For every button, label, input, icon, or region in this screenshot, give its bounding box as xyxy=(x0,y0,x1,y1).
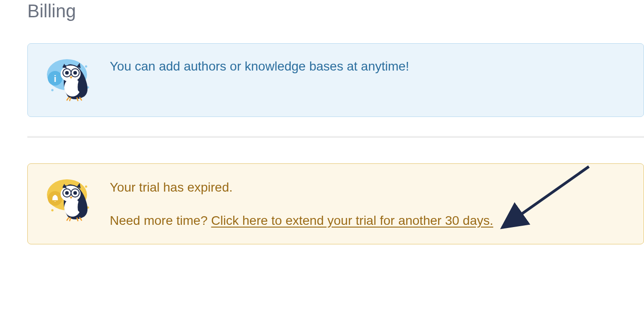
warning-alert: Your trial has expired. Need more time? … xyxy=(27,163,644,244)
svg-text:i: i xyxy=(54,74,56,84)
warning-subtext-prefix: Need more time? xyxy=(110,213,211,228)
svg-point-10 xyxy=(65,71,69,75)
svg-point-4 xyxy=(51,89,54,91)
info-alert: i Yo xyxy=(27,43,644,117)
svg-point-2 xyxy=(85,66,87,68)
svg-point-1 xyxy=(49,67,52,70)
warning-alert-title: Your trial has expired. xyxy=(110,177,627,198)
svg-point-17 xyxy=(51,209,54,212)
svg-point-23 xyxy=(73,191,77,195)
page-title: Billing xyxy=(27,1,644,21)
info-alert-message: You can add authors or knowledge bases a… xyxy=(110,56,627,75)
svg-point-11 xyxy=(73,71,77,75)
owl-info-icon: i xyxy=(44,55,93,104)
extend-trial-link[interactable]: Click here to extend your trial for anot… xyxy=(211,213,493,228)
svg-point-14 xyxy=(49,187,52,190)
owl-bell-icon xyxy=(44,175,93,224)
divider xyxy=(27,136,644,138)
svg-point-22 xyxy=(65,191,69,195)
svg-point-15 xyxy=(85,186,87,188)
warning-alert-subtext: Need more time? Click here to extend you… xyxy=(110,211,627,231)
